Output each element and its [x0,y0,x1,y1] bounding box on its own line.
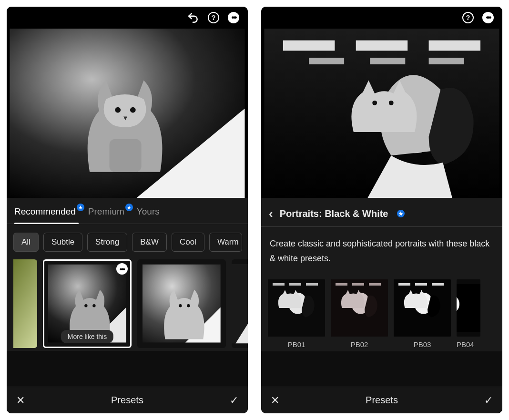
category-chips: All Subtle Strong B&W Cool Warm [7,224,248,256]
svg-point-23 [372,101,377,105]
svg-rect-20 [370,58,405,64]
left-screen: ? ••• Recommended ★ Premium [7,7,248,413]
right-screen: ? ••• [261,7,502,413]
svg-rect-17 [356,41,407,51]
svg-rect-4 [110,139,142,172]
svg-point-11 [179,304,182,307]
svg-rect-32 [336,283,347,286]
preset-item[interactable]: PB02 [331,279,388,348]
star-badge-icon: ★ [397,210,405,217]
bottom-bar: ✕ Presets ✓ [261,387,502,413]
preset-thumb [331,279,388,337]
chip-warm[interactable]: Warm [209,233,242,252]
undo-icon[interactable] [187,11,199,24]
svg-rect-18 [429,41,480,51]
preset-thumb[interactable] [13,259,37,348]
help-icon[interactable]: ? [462,12,474,23]
svg-point-7 [84,304,87,307]
star-badge-icon: ★ [77,204,84,211]
tab-recommended[interactable]: Recommended ★ [14,206,76,224]
preset-strip: PB01 PB02 PB03 PB04 [261,279,502,351]
confirm-icon[interactable]: ✓ [484,394,493,407]
preset-thumb [394,279,451,337]
svg-rect-16 [283,41,335,51]
preview-image [261,29,502,198]
close-icon[interactable]: ✕ [16,394,25,407]
preset-label: PB02 [331,340,388,348]
more-like-this-pill[interactable]: More like this [61,330,113,343]
top-bar: ? ••• [7,7,248,29]
preset-tabs: Recommended ★ Premium ★ Yours [7,198,248,224]
preset-thumb-selected[interactable]: ••• More like this [43,259,132,348]
svg-point-8 [92,304,95,307]
thumb-more-icon[interactable]: ••• [116,263,128,275]
chip-all[interactable]: All [13,233,39,252]
chip-subtle[interactable]: Subtle [43,233,82,252]
top-bar: ? ••• [261,7,502,29]
svg-rect-21 [429,58,464,64]
preset-item[interactable]: PB04 [457,279,480,348]
more-icon[interactable]: ••• [228,12,239,23]
svg-point-2 [115,107,121,113]
bottom-title: Presets [111,395,143,406]
svg-rect-38 [415,283,427,286]
preview-image [7,29,248,198]
svg-rect-39 [432,283,444,286]
svg-rect-27 [273,283,285,286]
svg-point-24 [389,101,394,105]
svg-rect-37 [398,283,410,286]
help-icon[interactable]: ? [208,12,219,23]
star-badge-icon: ★ [125,204,133,211]
more-icon[interactable]: ••• [482,12,494,23]
preset-label: PB04 [457,340,480,348]
preset-thumb[interactable] [232,259,248,348]
back-icon[interactable]: ‹ [269,207,273,220]
svg-point-3 [130,107,136,113]
chip-bw[interactable]: B&W [132,233,167,252]
tab-premium[interactable]: Premium ★ [88,206,124,224]
preset-thumb [268,279,325,337]
svg-rect-29 [306,283,318,286]
preset-label: PB01 [268,340,325,348]
svg-rect-19 [309,58,344,64]
image-preview[interactable] [7,29,248,198]
preset-item[interactable]: PB01 [268,279,325,348]
tab-yours[interactable]: Yours [137,206,160,224]
preset-thumb[interactable] [137,259,226,348]
svg-rect-28 [289,283,301,286]
preset-group-description: Create classic and sophisticated portrai… [261,227,502,279]
thumb-image [232,259,248,348]
preset-thumbnails: ••• More like this [7,256,248,351]
chip-strong[interactable]: Strong [87,233,127,252]
preset-group-header: ‹ Portraits: Black & White ★ [261,198,502,227]
svg-rect-33 [352,283,364,286]
preset-thumb [457,279,480,337]
preset-item[interactable]: PB03 [394,279,451,348]
close-icon[interactable]: ✕ [271,394,279,407]
preset-label: PB03 [394,340,451,348]
chip-cool[interactable]: Cool [172,233,204,252]
svg-rect-34 [369,283,381,286]
thumb-image [143,263,221,344]
svg-point-12 [187,304,190,307]
image-preview[interactable] [261,29,502,198]
svg-rect-40 [457,284,480,332]
confirm-icon[interactable]: ✓ [230,394,238,407]
preset-group-title: Portraits: Black & White [280,208,388,219]
bottom-title: Presets [366,395,398,406]
bottom-bar: ✕ Presets ✓ [7,387,248,413]
